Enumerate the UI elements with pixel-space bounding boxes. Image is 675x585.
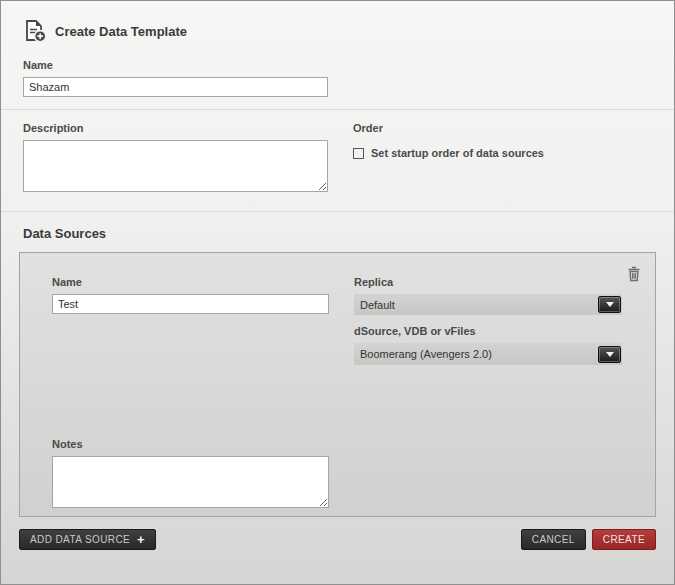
dsource-selected-value: Boomerang (Avengers 2.0) xyxy=(360,348,492,360)
template-name-input[interactable] xyxy=(23,77,328,97)
description-label: Description xyxy=(23,122,353,134)
cancel-label: CANCEL xyxy=(532,534,575,545)
data-sources-heading: Data Sources xyxy=(1,212,674,252)
replica-selected-value: Default xyxy=(360,299,395,311)
notes-block: Notes xyxy=(52,438,636,512)
name-label: Name xyxy=(23,59,652,71)
add-data-source-button[interactable]: ADD DATA SOURCE + xyxy=(19,529,156,550)
document-add-icon xyxy=(23,19,47,43)
trash-icon[interactable] xyxy=(627,266,641,282)
plus-icon: + xyxy=(137,533,145,546)
replica-label: Replica xyxy=(354,276,636,288)
dialog-footer: ADD DATA SOURCE + CANCEL CREATE xyxy=(19,529,656,550)
notes-textarea[interactable] xyxy=(52,456,329,508)
order-label: Order xyxy=(353,122,652,134)
data-source-name-input[interactable] xyxy=(52,294,329,314)
description-textarea[interactable] xyxy=(23,140,328,192)
page-title: Create Data Template xyxy=(55,24,187,39)
data-source-top-row: Name Replica Default dSource, VDB or vFi… xyxy=(52,276,636,365)
cancel-button[interactable]: CANCEL xyxy=(521,529,586,550)
order-column: Order Set startup order of data sources xyxy=(353,122,652,196)
chevron-down-icon[interactable] xyxy=(598,346,621,363)
description-column: Description xyxy=(23,122,353,196)
dsource-select[interactable]: Boomerang (Avengers 2.0) xyxy=(354,343,622,365)
replica-select[interactable]: Default xyxy=(354,294,622,315)
data-source-card: Name Replica Default dSource, VDB or vFi… xyxy=(19,252,656,517)
add-data-source-label: ADD DATA SOURCE xyxy=(30,534,130,545)
startup-order-checkbox[interactable] xyxy=(353,148,364,159)
dsource-label: dSource, VDB or vFiles xyxy=(354,325,636,337)
data-source-name-column: Name xyxy=(52,276,354,365)
create-data-template-dialog: Create Data Template Name Description Or… xyxy=(0,0,675,585)
dialog-header: Create Data Template xyxy=(1,1,674,57)
notes-label: Notes xyxy=(52,438,636,450)
description-order-section: Description Order Set startup order of d… xyxy=(1,110,674,211)
create-label: CREATE xyxy=(603,534,645,545)
create-button[interactable]: CREATE xyxy=(592,529,656,550)
name-section: Name xyxy=(1,57,674,109)
startup-order-checkbox-label: Set startup order of data sources xyxy=(371,147,544,159)
footer-action-buttons: CANCEL CREATE xyxy=(521,529,656,550)
data-source-name-label: Name xyxy=(52,276,354,288)
startup-order-checkbox-row[interactable]: Set startup order of data sources xyxy=(353,147,652,159)
data-source-selects-column: Replica Default dSource, VDB or vFiles B… xyxy=(354,276,636,365)
chevron-down-icon[interactable] xyxy=(598,296,621,313)
